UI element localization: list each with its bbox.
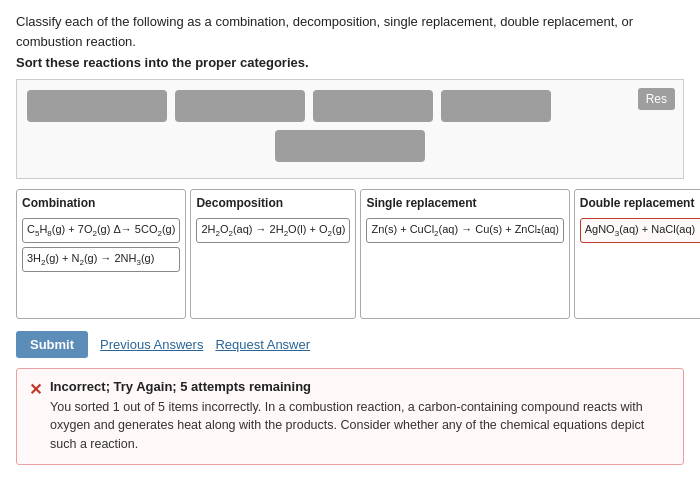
feedback-title: Incorrect; Try Again; 5 attempts remaini… [50,379,671,394]
category-combination-title: Combination [22,196,180,210]
instruction-line1: Classify each of the following as a comb… [16,12,684,51]
eq-combination-2[interactable]: 3H2(g) + N2(g) → 2NH3(g) [22,247,180,272]
category-single-title: Single replacement [366,196,563,210]
instructions: Classify each of the following as a comb… [16,12,684,73]
instruction-line2: Sort these reactions into the proper cat… [16,53,684,73]
eq-combination-1[interactable]: C5H8(g) + 7O2(g) Δ→ 5CO2(g) [22,218,180,243]
drag-chip-1[interactable] [27,90,167,122]
request-answer-button[interactable]: Request Answer [215,337,310,352]
drag-area: Res [16,79,684,179]
category-decomposition: Decomposition 2H2O2(aq) → 2H2O(l) + O2(g… [190,189,356,319]
category-double-title: Double replacement [580,196,700,210]
submit-row: Submit Previous Answers Request Answer [16,331,684,358]
eq-single-1[interactable]: Zn(s) + CuCl2(aq) → Cu(s) + ZnCl₂(aq) [366,218,563,243]
drag-chips-top [27,90,673,122]
eq-decomposition-1[interactable]: 2H2O2(aq) → 2H2O(l) + O2(g) [196,218,350,243]
incorrect-icon: ✕ [29,380,42,399]
categories-row: Combination C5H8(g) + 7O2(g) Δ→ 5CO2(g) … [16,189,684,319]
feedback-box: ✕ Incorrect; Try Again; 5 attempts remai… [16,368,684,465]
page-wrapper: Classify each of the following as a comb… [0,0,700,501]
submit-button[interactable]: Submit [16,331,88,358]
reset-button[interactable]: Res [638,88,675,110]
drag-chips-center [27,130,673,162]
previous-answers-button[interactable]: Previous Answers [100,337,203,352]
drag-chip-4[interactable] [441,90,551,122]
feedback-content: Incorrect; Try Again; 5 attempts remaini… [50,379,671,454]
category-decomposition-title: Decomposition [196,196,350,210]
category-single-replacement: Single replacement Zn(s) + CuCl2(aq) → C… [360,189,569,319]
category-double-replacement: Double replacement AgNO3(aq) + NaCl(aq) … [574,189,700,319]
feedback-body: You sorted 1 out of 5 items incorrectly.… [50,398,671,454]
drag-chip-5[interactable] [275,130,425,162]
drag-chip-3[interactable] [313,90,433,122]
eq-double-1[interactable]: AgNO3(aq) + NaCl(aq) → AgCl(s) + NaNO3(a… [580,218,700,243]
category-combination: Combination C5H8(g) + 7O2(g) Δ→ 5CO2(g) … [16,189,186,319]
drag-chip-2[interactable] [175,90,305,122]
